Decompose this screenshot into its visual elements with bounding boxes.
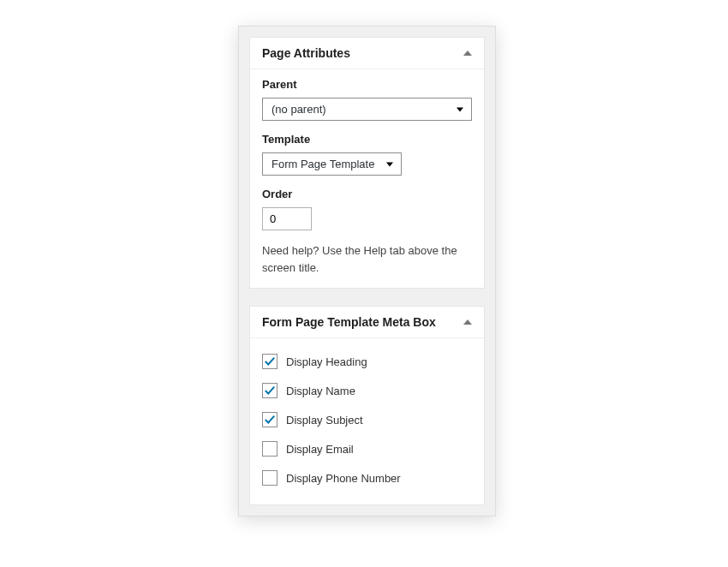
- collapse-icon[interactable]: [463, 319, 472, 325]
- form-meta-box-title: Form Page Template Meta Box: [262, 315, 436, 329]
- checkbox-label[interactable]: Display Heading: [286, 355, 367, 368]
- checkbox[interactable]: [262, 441, 277, 457]
- checkbox-row: Display Heading: [262, 347, 472, 376]
- checkbox-row: Display Subject: [262, 405, 472, 434]
- form-meta-box-header[interactable]: Form Page Template Meta Box: [250, 307, 484, 338]
- checkbox[interactable]: [262, 354, 277, 369]
- check-icon: [264, 385, 276, 397]
- checkbox-row: Display Phone Number: [262, 463, 472, 492]
- checkbox[interactable]: [262, 383, 277, 398]
- page-attributes-title: Page Attributes: [262, 46, 350, 60]
- checkbox[interactable]: [262, 412, 277, 427]
- checkbox-label[interactable]: Display Subject: [286, 414, 363, 427]
- order-input[interactable]: [262, 207, 312, 230]
- checkbox-label[interactable]: Display Name: [286, 385, 355, 397]
- sidebar-panel: Page Attributes Parent (no parent) Templ…: [238, 26, 496, 516]
- page-attributes-header[interactable]: Page Attributes: [250, 38, 484, 69]
- parent-label: Parent: [262, 78, 472, 91]
- template-select[interactable]: Form Page Template: [262, 152, 402, 176]
- checkbox[interactable]: [262, 470, 277, 486]
- help-text-group: Need help? Use the Help tab above the sc…: [262, 242, 472, 276]
- form-meta-box-body: Display HeadingDisplay NameDisplay Subje…: [250, 338, 484, 504]
- checkbox-label[interactable]: Display Phone Number: [286, 472, 401, 485]
- help-text: Need help? Use the Help tab above the sc…: [262, 242, 472, 276]
- page-attributes-body: Parent (no parent) Template Form Page Te…: [250, 69, 484, 288]
- parent-select-wrap: (no parent): [262, 98, 472, 121]
- checkbox-row: Display Name: [262, 376, 472, 405]
- collapse-icon[interactable]: [463, 51, 472, 56]
- template-select-wrap: Form Page Template: [262, 152, 402, 176]
- check-icon: [264, 355, 276, 367]
- checkbox-row: Display Email: [262, 434, 472, 463]
- checkbox-label[interactable]: Display Email: [286, 443, 354, 456]
- template-field-group: Template Form Page Template: [262, 133, 472, 176]
- order-label: Order: [262, 188, 472, 200]
- parent-field-group: Parent (no parent): [262, 78, 472, 121]
- form-meta-box-postbox: Form Page Template Meta Box Display Head…: [249, 306, 485, 505]
- parent-select[interactable]: (no parent): [262, 98, 472, 121]
- template-label: Template: [262, 133, 472, 146]
- page-attributes-postbox: Page Attributes Parent (no parent) Templ…: [249, 37, 485, 289]
- check-icon: [264, 414, 276, 426]
- order-field-group: Order: [262, 188, 472, 230]
